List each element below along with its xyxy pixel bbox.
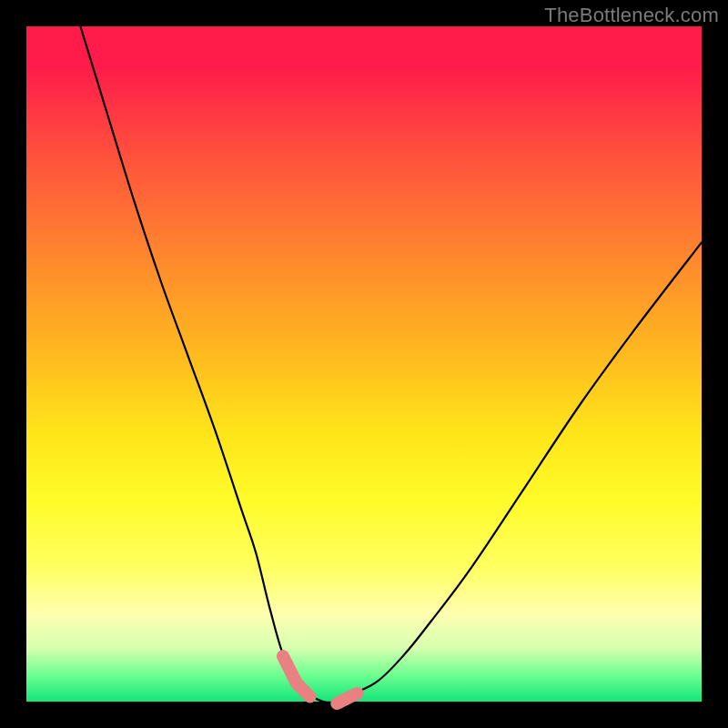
- curve-layer: [26, 26, 702, 702]
- plot-area: [26, 26, 702, 702]
- marker-group: [283, 656, 358, 703]
- chart-frame: TheBottleneck.com: [0, 0, 728, 728]
- bottleneck-curve: [80, 26, 702, 703]
- watermark-text: TheBottleneck.com: [544, 4, 719, 27]
- series-marker-0: [283, 656, 310, 697]
- series-marker-1: [337, 693, 357, 703]
